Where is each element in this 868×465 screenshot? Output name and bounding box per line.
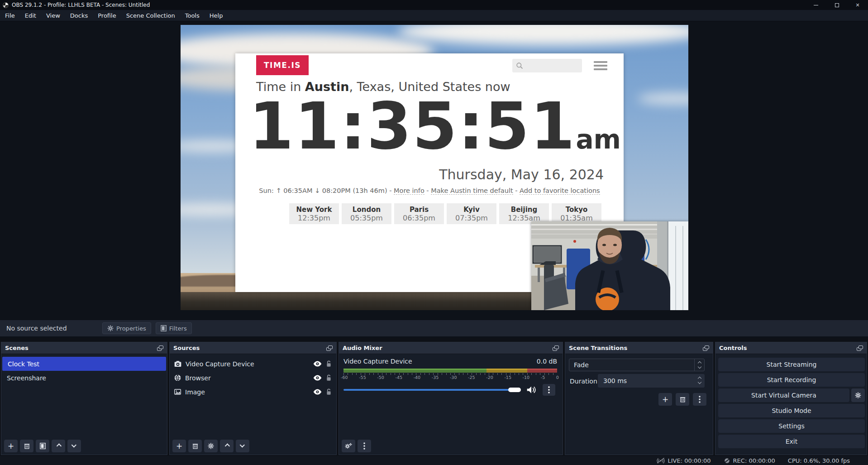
mixer-menu-button[interactable] [358,440,371,452]
controls-dock-header[interactable]: Controls [715,342,867,354]
visibility-eye-icon[interactable] [313,375,322,381]
channel-menu-button[interactable] [543,384,555,396]
unlock-icon[interactable] [326,360,332,367]
clock-time: 11:35:51 [249,89,576,163]
sources-toolbar: + [172,440,249,452]
scenes-title: Scenes [5,345,29,351]
filter-icon [161,325,167,331]
minimize-button[interactable] [806,0,826,10]
controls-title: Controls [719,345,747,351]
dock-area: Scenes Clock Test Screenshare + [0,338,868,456]
scenes-toolbar: + [4,440,81,452]
popout-icon[interactable] [703,345,709,351]
link-make-default: Make Austin time default [431,187,513,195]
start-recording-button[interactable]: Start Recording [718,373,865,387]
transition-menu-button[interactable] [693,393,706,406]
unlock-icon[interactable] [326,374,332,381]
remove-transition-button[interactable] [676,393,689,406]
timeis-search-box [512,59,582,72]
menu-tools[interactable]: Tools [180,10,205,21]
gear-icon [107,325,114,331]
sources-dock: Sources Video Capture Device [169,342,337,455]
settings-button[interactable]: Settings [718,419,865,433]
start-streaming-button[interactable]: Start Streaming [718,358,865,371]
remove-source-button[interactable] [188,440,202,452]
close-button[interactable]: ✕ [847,0,868,10]
maximize-button[interactable] [826,0,847,10]
exit-button[interactable]: Exit [718,435,865,448]
filter-icon [40,443,46,449]
filters-button[interactable]: Filters [156,322,192,334]
advanced-audio-button[interactable] [342,440,355,452]
popout-icon[interactable] [857,345,863,351]
live-status: LIVE: 00:00:00 [657,457,711,464]
trash-icon [24,443,30,449]
trash-icon [680,396,686,403]
link-more-info: More info [394,187,424,195]
move-source-up-button[interactable] [220,440,234,452]
source-properties-button[interactable] [204,440,218,452]
move-scene-down-button[interactable] [67,440,81,452]
volume-slider[interactable] [343,389,520,391]
source-row-browser[interactable]: Browser [170,371,336,385]
scene-filters-button[interactable] [36,440,49,452]
add-transition-button[interactable]: + [658,393,672,406]
unlock-icon[interactable] [326,388,332,395]
source-row-image[interactable]: Image [170,385,336,399]
popout-icon[interactable] [326,345,333,351]
speaker-icon[interactable] [526,386,536,394]
menu-file[interactable]: File [0,10,20,21]
source-row-video-capture[interactable]: Video Capture Device [170,357,336,371]
visibility-eye-icon[interactable] [313,389,322,395]
menu-profile[interactable]: Profile [93,10,121,21]
double-gear-icon [345,443,352,449]
city-new-york: New York 12:35pm [289,203,339,224]
move-scene-up-button[interactable] [52,440,65,452]
scene-item-clock-test[interactable]: Clock Test [2,357,166,371]
menu-help[interactable]: Help [205,10,228,21]
trash-icon [192,443,198,449]
gear-icon [208,443,214,449]
popout-icon[interactable] [553,345,559,351]
remove-scene-button[interactable] [20,440,33,452]
status-bar: LIVE: 00:00:00 REC: 00:00:00 CPU: 0.6%, … [0,456,868,465]
preview-canvas[interactable]: TIME.IS Time in Austin, Texas, United St… [181,25,688,310]
scene-item-screenshare[interactable]: Screenshare [1,371,167,385]
audio-mixer-title: Audio Mixer [343,345,382,351]
duration-spinner[interactable] [695,374,705,387]
window-title: OBS 29.1.2 - Profile: LLHLS BETA - Scene… [12,2,150,8]
volume-slider-handle[interactable] [508,388,521,392]
add-source-button[interactable]: + [172,440,186,452]
city-paris: Paris 06:35pm [394,203,444,224]
menu-docks[interactable]: Docks [65,10,93,21]
properties-button[interactable]: Properties [102,322,151,334]
menu-edit[interactable]: Edit [20,10,41,21]
city-kyiv: Kyiv 07:35pm [447,203,496,224]
city-london: London 05:35pm [342,203,391,224]
menu-scene-collection[interactable]: Scene Collection [121,10,180,21]
virtual-camera-config-button[interactable] [851,388,865,402]
vertical-dots-icon [699,396,701,403]
transition-select[interactable]: Fade [569,359,705,371]
duration-spinbox[interactable]: 300 ms [598,374,705,388]
mixer-toolbar [342,440,371,452]
audio-mixer-dock-header[interactable]: Audio Mixer [339,342,563,354]
sources-dock-header[interactable]: Sources [170,342,336,354]
transitions-buttons: + [658,393,706,406]
gear-icon [855,392,861,398]
duration-label: Duration [570,378,597,385]
timeis-logo: TIME.IS [256,55,309,75]
menu-view[interactable]: View [41,10,65,21]
sun-info-line: Sun: ↑ 06:35AM ↓ 08:20PM (13h 46m) - Mor… [235,187,624,194]
start-virtual-camera-button[interactable]: Start Virtual Camera [718,388,849,402]
link-add-favorite: Add to favorite locations [520,187,600,195]
scenes-dock-header[interactable]: Scenes [1,342,167,354]
add-scene-button[interactable]: + [4,440,18,452]
title-bar: OBS 29.1.2 - Profile: LLHLS BETA - Scene… [0,0,868,10]
move-source-down-button[interactable] [236,440,249,452]
select-spinner[interactable] [694,359,704,371]
studio-mode-button[interactable]: Studio Mode [718,404,865,417]
transitions-dock-header[interactable]: Scene Transitions [565,342,713,354]
visibility-eye-icon[interactable] [313,361,322,367]
popout-icon[interactable] [157,345,163,351]
